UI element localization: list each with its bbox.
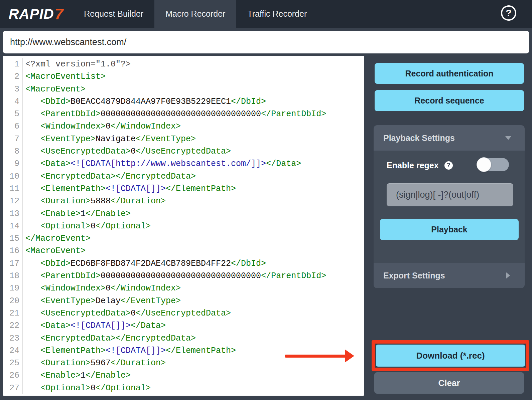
line-number: 25 [3, 357, 23, 369]
code-line: 18 <ParentDbId>0000000000000000000000000… [3, 270, 364, 282]
code-text: <EncryptedData></EncryptedData> [23, 170, 196, 183]
code-line: 22 <Data><![CDATA[]]></Data> [3, 320, 364, 332]
code-line: 15</MacroEvent> [3, 232, 364, 245]
code-line: 1<?xml version="1.0"?> [3, 58, 364, 70]
rapid7-logo: RAPID 7 [0, 0, 73, 28]
code-text: <Optional>0</Optional> [23, 382, 151, 394]
code-text: <Data><![CDATA[http://www.webscantest.co… [23, 158, 301, 170]
button-label: Playback [431, 225, 467, 234]
logo-seven-icon: 7 [55, 5, 64, 23]
enable-regex-row: Enable regex ? [387, 157, 453, 173]
code-line: 2<MacroEventList> [3, 70, 364, 83]
line-number: 13 [3, 208, 23, 220]
code-text: <Duration>5967</Duration> [23, 357, 166, 369]
tab-label: Request Builder [84, 9, 143, 19]
logo-text: RAPID [9, 6, 54, 22]
line-number: 3 [3, 83, 23, 95]
code-text: <Enable>1</Enable> [23, 208, 131, 220]
code-text: <?xml version="1.0"?> [23, 58, 131, 70]
help-icon[interactable]: ? [501, 5, 516, 21]
code-line: 9 <Data><![CDATA[http://www.webscantest.… [3, 158, 364, 170]
line-number: 2 [3, 70, 23, 83]
code-line: 8 <UseEncryptedData>0</UseEncryptedData> [3, 145, 364, 158]
code-text: <Duration>5888</Duration> [23, 195, 166, 207]
playback-settings-header[interactable]: Playback Settings [374, 125, 525, 151]
code-text: <ParentDbId>0000000000000000000000000000… [23, 270, 326, 282]
code-text: </MacroEvent> [23, 232, 91, 245]
code-line: 19 <WindowIndex>0</WindowIndex> [3, 282, 364, 294]
tab-traffic-recorder[interactable]: Traffic Recorder [236, 0, 318, 28]
panel-title: Export Settings [383, 271, 445, 280]
code-text: <DbId>ECD6BF8FBD874F2DAE4CB789EBD4FF22</… [23, 257, 266, 270]
code-text: <WindowIndex>0</WindowIndex> [23, 120, 181, 133]
annotation-arrow-line [285, 355, 346, 358]
playback-settings-body: Enable regex ? (sign|log)[ -]?(out|off) … [374, 151, 525, 263]
enable-regex-label: Enable regex [387, 161, 439, 170]
line-number: 26 [3, 369, 23, 382]
line-number: 4 [3, 95, 23, 108]
code-lines: 1<?xml version="1.0"?>2<MacroEventList>3… [3, 58, 364, 394]
toggle-knob [477, 157, 491, 172]
line-number: 11 [3, 183, 23, 195]
regex-help-icon[interactable]: ? [444, 161, 453, 170]
code-text: <EventType>Navigate</EventType> [23, 133, 196, 145]
download-rec-button[interactable]: Download (*.rec) [376, 345, 525, 367]
code-line: 20 <EventType>Delay</EventType> [3, 295, 364, 307]
code-text: <ParentDbId>0000000000000000000000000000… [23, 108, 326, 120]
code-text: <MacroEvent> [23, 83, 86, 95]
regex-pattern-value: (sign|log)[ -]?(out|off) [396, 190, 479, 200]
button-label: Download (*.rec) [416, 351, 485, 361]
line-number: 22 [3, 320, 23, 332]
code-line: 17 <DbId>ECD6BF8FBD874F2DAE4CB789EBD4FF2… [3, 257, 364, 270]
code-line: 26 <Enable>1</Enable> [3, 369, 364, 382]
panel-title: Playback Settings [383, 133, 455, 143]
line-number: 23 [3, 332, 23, 345]
code-text: <Enable>1</Enable> [23, 369, 131, 382]
line-number: 12 [3, 195, 23, 207]
code-text: <DbId>B0EACC4879D844AA97F0E93B5229EEC1</… [23, 95, 266, 108]
code-line: 5 <ParentDbId>00000000000000000000000000… [3, 108, 364, 120]
button-label: Clear [438, 378, 460, 388]
chevron-down-icon [505, 136, 511, 140]
url-row [0, 28, 532, 56]
tab-label: Traffic Recorder [247, 9, 307, 19]
line-number: 20 [3, 295, 23, 307]
code-text: <ElementPath><![CDATA[]]></ElementPath> [23, 345, 236, 357]
record-sequence-button[interactable]: Record sequence [375, 90, 524, 111]
chevron-right-icon [506, 272, 510, 279]
line-number: 1 [3, 58, 23, 70]
line-number: 27 [3, 382, 23, 394]
code-line: 16<MacroEvent> [3, 245, 364, 257]
url-input[interactable] [3, 31, 529, 53]
code-line: 27 <Optional>0</Optional> [3, 382, 364, 394]
code-text: <MacroEventList> [23, 70, 106, 83]
macro-xml-editor[interactable]: 1<?xml version="1.0"?>2<MacroEventList>3… [3, 56, 364, 396]
record-authentication-button[interactable]: Record authentication [375, 63, 524, 84]
question-mark-glyph: ? [506, 8, 511, 18]
top-nav: RAPID 7 Request Builder Macro Recorder T… [0, 0, 532, 28]
playback-button[interactable]: Playback [380, 219, 519, 240]
tab-request-builder[interactable]: Request Builder [73, 0, 154, 28]
clear-button[interactable]: Clear [374, 372, 524, 394]
question-mark-glyph: ? [446, 162, 450, 169]
annotation-arrow-head [345, 350, 354, 362]
code-text: <UseEncryptedData>0</UseEncryptedData> [23, 145, 231, 158]
line-number: 17 [3, 257, 23, 270]
code-line: 10 <EncryptedData></EncryptedData> [3, 170, 364, 183]
code-line: 12 <Duration>5888</Duration> [3, 195, 364, 207]
code-text: <EncryptedData></EncryptedData> [23, 332, 196, 345]
regex-pattern-input[interactable]: (sign|log)[ -]?(out|off) [387, 183, 513, 206]
export-settings-header[interactable]: Export Settings [374, 263, 525, 288]
code-text: <EventType>Delay</EventType> [23, 295, 181, 307]
line-number: 7 [3, 133, 23, 145]
code-text: <Data><![CDATA[]]></Data> [23, 320, 166, 332]
code-line: 4 <DbId>B0EACC4879D844AA97F0E93B5229EEC1… [3, 95, 364, 108]
code-text: <MacroEvent> [23, 245, 86, 257]
line-number: 16 [3, 245, 23, 257]
enable-regex-toggle[interactable] [477, 158, 509, 171]
tab-macro-recorder[interactable]: Macro Recorder [154, 0, 236, 28]
line-number: 6 [3, 120, 23, 133]
line-number: 15 [3, 232, 23, 245]
code-line: 21 <UseEncryptedData>0</UseEncryptedData… [3, 307, 364, 320]
code-text: <UseEncryptedData>0</UseEncryptedData> [23, 307, 231, 320]
